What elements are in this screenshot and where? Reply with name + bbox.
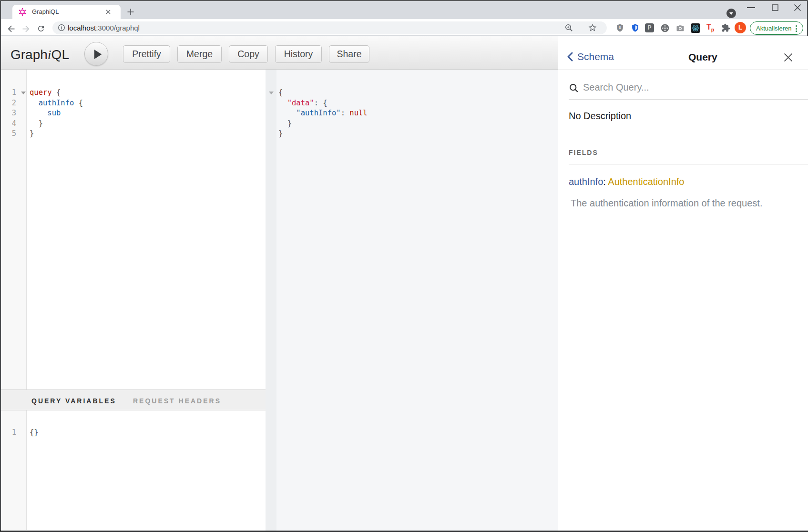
play-icon — [94, 50, 102, 59]
search-placeholder: Search Query... — [583, 82, 649, 93]
ublock-origin-icon[interactable]: U — [615, 23, 624, 32]
query-code[interactable]: query { authInfo { sub } } — [30, 88, 83, 139]
svg-text:U: U — [619, 26, 621, 30]
field-type-link[interactable]: AuthenticationInfo — [608, 176, 684, 187]
query-line-number-2: 2 — [1, 98, 16, 109]
tab-close-icon[interactable] — [105, 9, 112, 15]
result-viewer: { "data": { "authInfo": null } } — [276, 70, 558, 531]
tab-query-variables[interactable]: QUERY VARIABLES — [31, 397, 116, 405]
search-icon — [569, 83, 579, 93]
doc-close-icon[interactable] — [784, 53, 793, 62]
doc-field-description: The authentication information of the re… — [571, 198, 762, 209]
variables-code[interactable]: {} — [30, 428, 39, 438]
doc-fields-heading: FIELDS — [569, 149, 808, 164]
doc-search-box[interactable]: Search Query... — [558, 70, 808, 100]
camera-extension-icon[interactable] — [675, 23, 685, 33]
bookmark-star-icon[interactable] — [588, 23, 597, 32]
browser-titlebar: GraphiQL — [1, 1, 807, 19]
doc-field-row: authInfo: AuthenticationInfo — [569, 176, 684, 187]
chevron-left-icon — [567, 52, 573, 61]
pocket-extension-icon[interactable]: P — [645, 23, 654, 32]
doc-no-description: No Description — [569, 111, 631, 122]
chrome-status-badge[interactable] — [726, 9, 736, 18]
graphiql-toolbar: GraphiQL PrettifyMergeCopyHistoryShare — [1, 36, 558, 70]
tab-title: GraphiQL — [32, 8, 59, 15]
toolbar-button-prettify[interactable]: Prettify — [123, 45, 170, 63]
graphiql-logo: GraphiQL — [10, 47, 69, 62]
query-line-number-1: 1 — [1, 88, 16, 98]
profile-avatar[interactable]: L — [735, 22, 746, 33]
execute-query-button[interactable] — [84, 42, 108, 66]
result-fold-arrow-icon[interactable] — [269, 92, 274, 94]
search-underline — [569, 99, 808, 100]
window-close-button[interactable] — [794, 4, 801, 11]
doc-explorer-header: Schema Query — [558, 36, 808, 70]
result-code: { "data": { "authInfo": null } } — [278, 88, 368, 139]
variables-line-number-1: 1 — [1, 428, 16, 438]
toolbar-button-history[interactable]: History — [275, 45, 322, 63]
variable-editor-title-bar: QUERY VARIABLES REQUEST HEADERS — [1, 389, 266, 410]
url-text[interactable]: localhost:3000/graphql — [68, 23, 140, 32]
new-tab-button[interactable] — [127, 8, 134, 16]
browser-tab[interactable]: GraphiQL — [12, 5, 121, 19]
reload-button[interactable] — [37, 24, 45, 33]
result-fold-gutter — [266, 70, 276, 531]
query-line-number-4: 4 — [1, 119, 16, 129]
doc-explorer-title: Query — [688, 51, 717, 63]
graphql-favicon — [18, 8, 27, 16]
back-button[interactable] — [6, 24, 16, 34]
query-line-number-5: 5 — [1, 129, 16, 139]
extensions-puzzle-icon[interactable] — [721, 23, 730, 32]
react-devtools-icon[interactable] — [691, 23, 700, 33]
doc-back-link[interactable]: Schema — [567, 51, 614, 62]
window-minimize-button[interactable] — [747, 7, 755, 8]
zoom-icon[interactable] — [564, 23, 573, 32]
toolbar-button-merge[interactable]: Merge — [177, 45, 222, 63]
query-line-number-3: 3 — [1, 108, 16, 119]
move-tool-icon[interactable] — [660, 23, 670, 33]
refresh-update-button[interactable]: Aktualisieren — [750, 21, 803, 35]
tampermonkey-icon[interactable]: Tp — [706, 23, 715, 32]
forward-button[interactable] — [21, 24, 31, 34]
refresh-menu-dots-icon[interactable] — [796, 25, 797, 33]
bitwarden-icon[interactable] — [631, 23, 640, 32]
doc-explorer-panel: Schema Query Search Query... No Descript… — [558, 36, 808, 531]
toolbar-button-share[interactable]: Share — [329, 45, 369, 63]
site-info-icon[interactable] — [58, 24, 65, 31]
tab-request-headers[interactable]: REQUEST HEADERS — [133, 397, 221, 405]
field-name-link[interactable]: authInfo — [569, 176, 603, 187]
query-variables-editor[interactable]: 1 {} — [1, 410, 266, 530]
window-maximize-button[interactable] — [772, 4, 778, 11]
fold-arrow-icon[interactable] — [21, 92, 26, 94]
toolbar-button-copy[interactable]: Copy — [229, 45, 268, 63]
